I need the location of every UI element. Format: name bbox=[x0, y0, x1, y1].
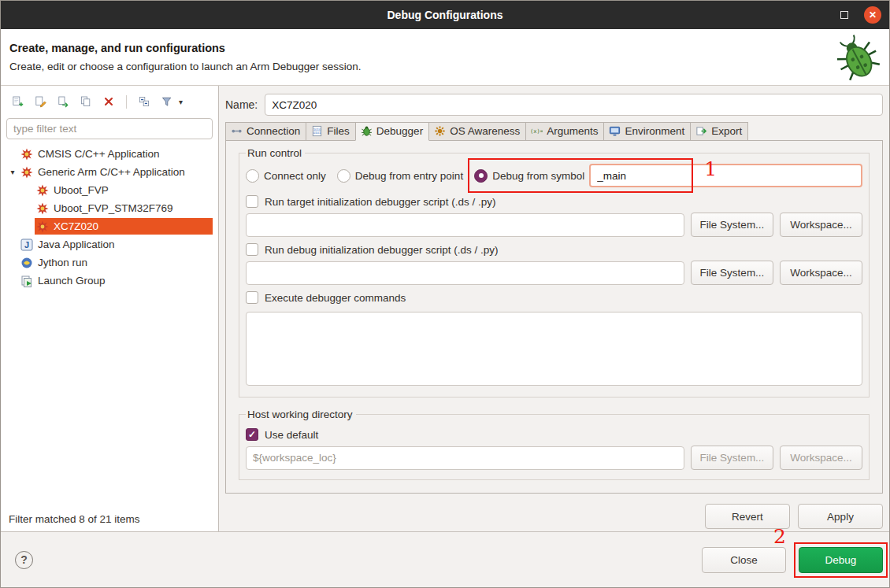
svg-text:(x)=: (x)= bbox=[531, 128, 543, 135]
radio-debug-from-symbol[interactable]: Debug from symbol bbox=[474, 169, 584, 183]
debug-bug-icon bbox=[833, 33, 881, 82]
tab-connection[interactable]: Connection bbox=[225, 122, 306, 141]
tree-item-uboot-fvp-stm32f769[interactable]: Uboot_FVP_STM32F769 bbox=[6, 199, 213, 217]
target-script-path-input[interactable] bbox=[246, 213, 684, 237]
run-control-legend: Run control bbox=[246, 147, 305, 159]
dialog-header: Create, manage, and run configurations C… bbox=[1, 29, 889, 86]
debug-script-path-input[interactable] bbox=[246, 261, 684, 285]
tab-arguments[interactable]: (x)= Arguments bbox=[525, 122, 604, 141]
paths-group: Paths bbox=[239, 491, 870, 494]
debug-script-file-system-button[interactable]: File System... bbox=[691, 261, 773, 285]
expander-icon[interactable]: ▾ bbox=[6, 168, 19, 176]
tree-item-cmsis[interactable]: CMSIS C/C++ Application bbox=[6, 145, 213, 163]
debugger-tab-content: Run control Connect only Debug from entr… bbox=[225, 140, 883, 494]
export-icon bbox=[695, 125, 707, 137]
files-icon: 1010 0101 bbox=[311, 125, 323, 137]
filter-input[interactable] bbox=[6, 118, 213, 139]
radio-selected-icon bbox=[474, 169, 488, 183]
delete-icon bbox=[102, 95, 115, 108]
svg-text:0101: 0101 bbox=[313, 131, 321, 135]
new-launch-config-button[interactable] bbox=[9, 94, 25, 109]
radio-debug-from-entry-point[interactable]: Debug from entry point bbox=[337, 169, 463, 183]
connection-icon bbox=[231, 125, 243, 137]
tree-item-label: Uboot_FVP bbox=[54, 184, 109, 196]
tree-item-label: Uboot_FVP_STM32F769 bbox=[54, 202, 173, 214]
tree-item-launch-group[interactable]: Launch Group bbox=[6, 272, 213, 290]
tree-item-jython-run[interactable]: Jython run bbox=[6, 253, 213, 272]
tree-item-generic-arm[interactable]: ▾ Generic Arm C/C++ Application bbox=[6, 163, 213, 181]
header-title: Create, manage, and run configurations bbox=[9, 42, 362, 54]
run-target-script-checkbox[interactable] bbox=[246, 195, 258, 208]
run-target-script-row: Run target initialization debugger scrip… bbox=[246, 195, 862, 208]
run-debug-script-checkbox[interactable] bbox=[246, 243, 258, 256]
new-launch-config-icon bbox=[11, 95, 24, 108]
name-label: Name: bbox=[225, 98, 258, 111]
tree-item-label: Jython run bbox=[38, 257, 87, 268]
help-button[interactable]: ? bbox=[15, 551, 33, 569]
close-button[interactable]: Close bbox=[702, 547, 786, 573]
apply-button[interactable]: Apply bbox=[798, 504, 883, 529]
jython-run-icon bbox=[20, 257, 33, 269]
maximize-button[interactable] bbox=[837, 8, 851, 22]
host-working-directory-legend: Host working directory bbox=[246, 409, 356, 420]
tab-environment[interactable]: Environment bbox=[603, 122, 691, 141]
target-script-file-system-button[interactable]: File System... bbox=[691, 213, 773, 237]
launch-config-icon bbox=[36, 220, 49, 233]
debug-button[interactable]: Debug bbox=[799, 547, 883, 573]
new-prototype-button[interactable] bbox=[32, 94, 48, 109]
titlebar[interactable]: Debug Configurations ✕ bbox=[1, 1, 889, 29]
maximize-icon bbox=[840, 11, 848, 19]
collapse-all-button[interactable] bbox=[136, 94, 152, 109]
target-script-workspace-button[interactable]: Workspace... bbox=[780, 213, 862, 237]
filter-button[interactable] bbox=[159, 94, 175, 109]
debugger-commands-textarea[interactable] bbox=[246, 312, 862, 386]
config-editor-panel: Name: Connection 1010 0101 bbox=[219, 86, 889, 531]
close-window-button[interactable]: ✕ bbox=[864, 6, 881, 24]
window-title: Debug Configurations bbox=[1, 9, 889, 21]
os-awareness-gear-icon bbox=[434, 125, 446, 137]
duplicate-config-button[interactable] bbox=[78, 94, 94, 109]
name-input[interactable] bbox=[265, 94, 883, 116]
radio-circle-icon bbox=[246, 169, 259, 183]
duplicate-icon bbox=[80, 95, 92, 108]
host-dir-file-system-button[interactable]: File System... bbox=[691, 446, 773, 470]
filter-status-text: Filter matched 8 of 21 items bbox=[6, 507, 213, 527]
tab-export[interactable]: Export bbox=[690, 122, 748, 141]
host-dir-workspace-button[interactable]: Workspace... bbox=[780, 446, 862, 470]
filter-funnel-icon bbox=[161, 95, 173, 108]
tree-item-xc7z020-selected[interactable]: XC7Z020 bbox=[6, 217, 213, 235]
paths-legend: Paths bbox=[246, 491, 278, 494]
environment-icon bbox=[609, 125, 621, 137]
launch-config-sidebar: ▾ CMSIS C/C++ Application ▾ bbox=[1, 86, 219, 531]
collapse-all-icon bbox=[138, 95, 150, 108]
launch-config-tree: CMSIS C/C++ Application ▾ Generic Arm C/… bbox=[6, 145, 213, 507]
revert-button[interactable]: Revert bbox=[705, 504, 790, 529]
tree-item-label: CMSIS C/C++ Application bbox=[38, 148, 160, 160]
radio-connect-only[interactable]: Connect only bbox=[246, 169, 326, 183]
java-application-icon: J bbox=[20, 239, 33, 251]
use-default-row: Use default bbox=[246, 428, 862, 441]
tree-item-label: Java Application bbox=[38, 239, 115, 250]
export-launch-config-button[interactable] bbox=[55, 94, 71, 109]
debug-script-workspace-button[interactable]: Workspace... bbox=[780, 261, 862, 285]
execute-commands-checkbox[interactable] bbox=[246, 291, 258, 304]
host-working-directory-input[interactable] bbox=[246, 446, 684, 470]
tree-item-java-application[interactable]: J Java Application bbox=[6, 235, 213, 253]
delete-config-button[interactable] bbox=[101, 94, 117, 109]
debug-configurations-dialog: Debug Configurations ✕ Create, manage, a… bbox=[0, 0, 890, 588]
execute-commands-row: Execute debugger commands bbox=[246, 291, 862, 304]
use-default-checkbox[interactable] bbox=[246, 428, 258, 441]
launch-config-icon bbox=[36, 184, 49, 197]
launch-group-icon bbox=[20, 275, 33, 287]
host-working-directory-group: Host working directory Use default File … bbox=[239, 409, 870, 480]
radio-circle-icon bbox=[337, 169, 350, 183]
tree-item-uboot-fvp[interactable]: Uboot_FVP bbox=[6, 181, 213, 199]
tab-os-awareness[interactable]: OS Awareness bbox=[428, 122, 526, 141]
tab-files[interactable]: 1010 0101 Files bbox=[306, 122, 356, 141]
svg-text:J: J bbox=[24, 240, 29, 250]
filter-menu-arrow-icon[interactable]: ▾ bbox=[179, 98, 183, 106]
tab-debugger[interactable]: Debugger bbox=[355, 122, 429, 141]
debug-symbol-input[interactable] bbox=[589, 164, 862, 187]
tree-item-label: Launch Group bbox=[38, 275, 106, 287]
config-tabs: Connection 1010 0101 Files bbox=[225, 122, 883, 141]
